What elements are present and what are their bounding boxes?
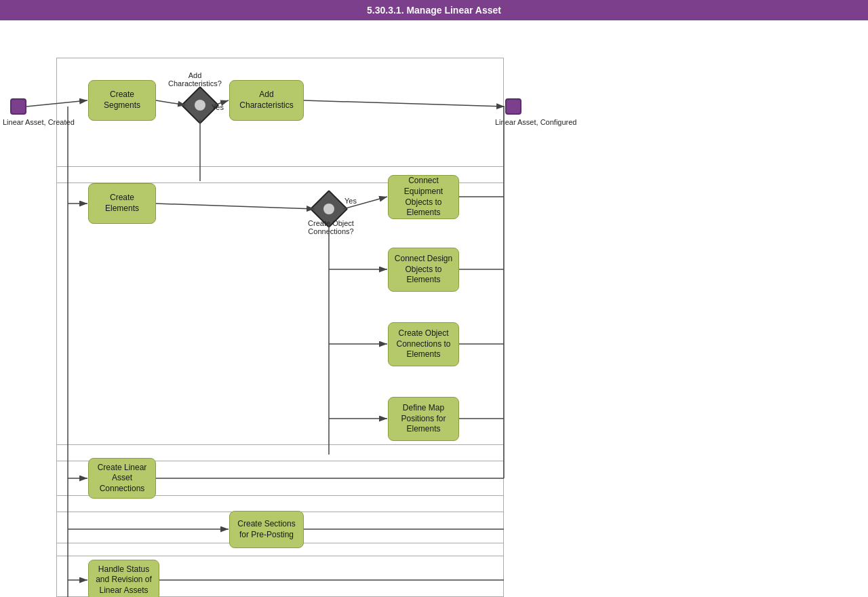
end-event-label: Linear Asset, Configured <box>495 117 576 127</box>
handle-status-box: Handle Status and Revision of Linear Ass… <box>88 560 159 597</box>
create-linear-conn-box: Create Linear Asset Connections <box>88 458 156 499</box>
yes2-label: Yes <box>344 197 357 205</box>
start-event <box>10 98 26 115</box>
create-obj-conn-label: Create Object Connections? <box>300 219 361 235</box>
create-sections-box: Create Sections for Pre-Posting <box>229 511 304 548</box>
add-char-decision-label: Add Characteristics? <box>166 71 224 88</box>
yes1-label: Yes <box>212 103 224 111</box>
create-segments-box: Create Segments <box>88 80 156 121</box>
diagram-area: Linear Asset, Created Create Segments Ad… <box>0 20 868 597</box>
connect-equip-box: Connect Equipment Objects to Elements <box>388 175 459 219</box>
end-event <box>505 98 521 115</box>
create-obj-conn-elem-box: Create Object Connections to Elements <box>388 322 459 366</box>
page-title: 5.30.3.1. Manage Linear Asset <box>0 0 868 20</box>
add-characteristics-box: Add Characteristics <box>229 80 304 121</box>
define-map-box: Define Map Positions for Elements <box>388 397 459 441</box>
start-event-label: Linear Asset, Created <box>3 117 75 127</box>
create-elements-box: Create Elements <box>88 183 156 224</box>
connect-design-box: Connect Design Objects to Elements <box>388 248 459 292</box>
